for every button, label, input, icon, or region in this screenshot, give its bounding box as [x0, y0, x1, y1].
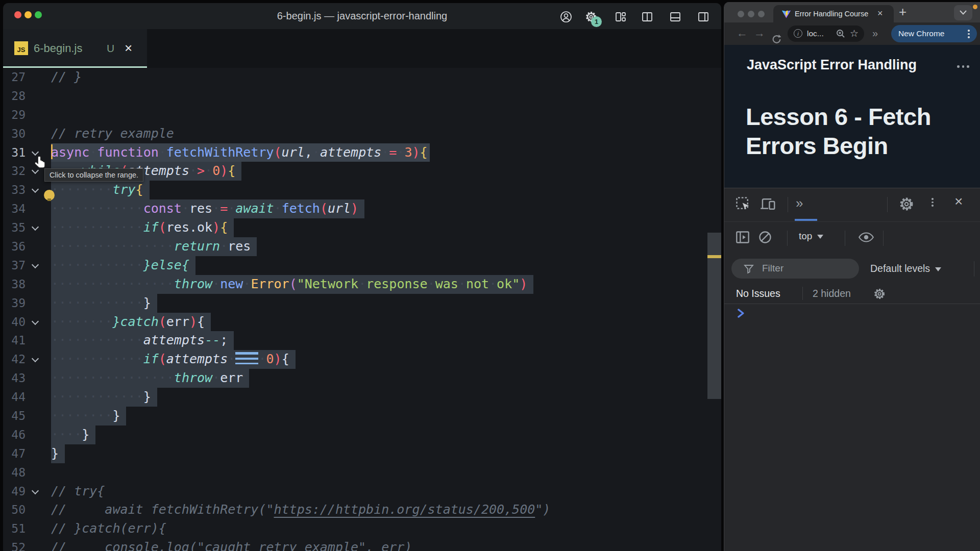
- code-lines: 27// }282930// retry example31async·func…: [3, 68, 721, 551]
- fold-gutter: [26, 106, 48, 124]
- web-page: JavaScript Error Handling Lesson 6 - Fet…: [724, 45, 980, 188]
- line-number: 31: [3, 143, 26, 162]
- toggle-panel-icon[interactable]: [669, 11, 681, 23]
- issues-counter[interactable]: No Issues: [736, 284, 780, 303]
- vscode-titlebar: 6-begin.js — javascript-error-handling 1: [3, 3, 721, 29]
- fold-gutter: [26, 463, 48, 482]
- overview-ruler-modified-marker: [707, 255, 721, 258]
- bookmark-star-icon[interactable]: ☆: [850, 26, 859, 41]
- code-line: 39············}: [3, 294, 721, 313]
- log-levels-dropdown[interactable]: Default levels: [870, 254, 941, 284]
- vscode-tab-bar: JS 6-begin.js U ×: [3, 29, 721, 68]
- code-line: 35············if(res.ok){: [3, 218, 721, 237]
- clear-console-icon[interactable]: [758, 230, 772, 244]
- close-tab-icon[interactable]: ×: [125, 29, 132, 68]
- fold-gutter: [26, 538, 48, 551]
- chrome-tab-strip: Error Handling Course × +: [724, 2, 980, 22]
- code-line: 27// }: [3, 68, 721, 87]
- javascript-file-icon: JS: [14, 41, 28, 55]
- code-editor[interactable]: 27// }282930// retry example31async·func…: [3, 68, 721, 551]
- console-prompt-icon[interactable]: [737, 309, 745, 318]
- line-number: 47: [3, 444, 26, 463]
- console-sidebar-icon[interactable]: [736, 230, 750, 244]
- git-untracked-badge: U: [107, 29, 114, 68]
- browser-tab[interactable]: Error Handling Course ×: [773, 5, 894, 22]
- lesson-heading: Lesson 6 - Fetch Errors Begin: [746, 102, 975, 160]
- code-line: 33········try{: [3, 181, 721, 199]
- chevron-down-icon: [935, 267, 941, 271]
- code-line: 46····}: [3, 425, 721, 444]
- fold-gutter: [26, 369, 48, 388]
- line-number: 50: [3, 500, 26, 519]
- close-tab-icon[interactable]: ×: [877, 5, 883, 22]
- devtools-kebab-menu-icon[interactable]: [932, 198, 934, 207]
- hidden-messages-label[interactable]: 2 hidden: [813, 284, 851, 303]
- devtools-settings-gear-icon[interactable]: [899, 196, 914, 212]
- device-toolbar-icon[interactable]: [760, 196, 776, 212]
- forward-icon[interactable]: →: [754, 22, 765, 45]
- fold-gutter: [26, 407, 48, 425]
- filter-input[interactable]: [761, 260, 853, 277]
- line-number: 38: [3, 275, 26, 294]
- close-traffic-light-inactive[interactable]: [738, 11, 744, 17]
- live-expression-eye-icon[interactable]: [858, 231, 874, 243]
- chrome-toolbar: ← → i loc... ☆ » New Chrome available: [724, 22, 980, 45]
- line-number: 52: [3, 538, 26, 551]
- context-selector[interactable]: top: [799, 231, 823, 242]
- tab-6-begin-js[interactable]: JS 6-begin.js U ×: [3, 29, 147, 68]
- fold-chevron-icon[interactable]: [26, 482, 48, 501]
- fold-gutter: [26, 425, 48, 444]
- line-number: 29: [3, 106, 26, 124]
- fold-gutter: [26, 519, 48, 538]
- more-panels-icon[interactable]: »: [796, 195, 803, 211]
- close-devtools-icon[interactable]: ×: [954, 193, 963, 210]
- line-number: 46: [3, 425, 26, 444]
- address-bar[interactable]: i loc... ☆: [788, 26, 864, 42]
- chevron-down-icon: [817, 235, 823, 239]
- toggle-secondary-sidebar-icon[interactable]: [697, 11, 709, 23]
- site-info-icon[interactable]: i: [794, 29, 802, 38]
- tab-title: Error Handling Course: [795, 5, 876, 22]
- fold-chevron-icon[interactable]: [26, 256, 48, 275]
- fold-gutter: [26, 294, 48, 313]
- code-line: 50// await fetchWithRetry("https://httpb…: [3, 500, 721, 519]
- tab-search-button[interactable]: [954, 5, 972, 20]
- console-settings-gear-icon[interactable]: [873, 288, 886, 300]
- split-editor-icon[interactable]: [641, 11, 653, 23]
- fold-gutter: [26, 444, 48, 463]
- kebab-menu-icon[interactable]: [968, 30, 970, 38]
- filter-pill[interactable]: [731, 259, 859, 279]
- account-icon[interactable]: [560, 11, 572, 23]
- fold-gutter: [26, 68, 48, 87]
- fold-chevron-icon[interactable]: [26, 350, 48, 369]
- fold-gutter: [26, 124, 48, 143]
- devtools-main-toolbar: » ×: [724, 188, 980, 221]
- console-toolbar: top: [724, 221, 980, 254]
- fold-chevron-icon[interactable]: [26, 313, 48, 332]
- maximize-traffic-light-inactive[interactable]: [758, 11, 765, 17]
- code-line: 52// console.log("caught retry example",…: [3, 538, 721, 551]
- zoom-icon[interactable]: [836, 29, 845, 38]
- fold-gutter: [26, 87, 48, 106]
- line-number: 36: [3, 237, 26, 256]
- new-tab-button[interactable]: +: [899, 2, 906, 22]
- line-number: 41: [3, 331, 26, 350]
- update-chrome-chip[interactable]: New Chrome available: [891, 25, 977, 42]
- site-title: JavaScript Error Handling: [747, 57, 917, 73]
- filter-funnel-icon: [744, 264, 754, 274]
- inspect-element-icon[interactable]: [736, 196, 751, 212]
- line-number: 44: [3, 388, 26, 407]
- code-line: 38················throw·new·Error("Netwo…: [3, 275, 721, 294]
- back-icon[interactable]: ←: [737, 22, 748, 45]
- fold-chevron-icon[interactable]: [26, 218, 48, 237]
- extensions-overflow-icon[interactable]: »: [872, 22, 878, 45]
- line-number: 42: [3, 350, 26, 369]
- code-line: 45········}: [3, 407, 721, 425]
- lightbulb-code-action-icon[interactable]: [44, 190, 55, 201]
- code-line: 30// retry example: [3, 124, 721, 143]
- page-menu-dots-icon[interactable]: [957, 65, 969, 68]
- code-line: 28: [3, 87, 721, 106]
- customize-layout-icon[interactable]: [615, 11, 627, 23]
- minimize-traffic-light-inactive[interactable]: [748, 11, 754, 17]
- line-number: 34: [3, 199, 26, 218]
